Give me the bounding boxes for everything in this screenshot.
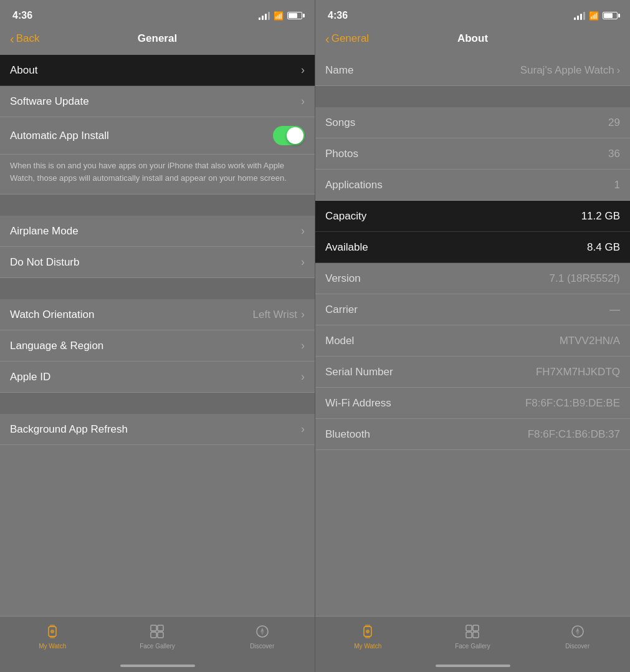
applications-value: 1 (614, 179, 620, 191)
name-row[interactable]: Name Suraj's Apple Watch › (315, 55, 630, 86)
svg-rect-6 (151, 632, 156, 638)
about-row[interactable]: About › (0, 55, 315, 86)
status-bar-right: 4:36 📶 (315, 0, 630, 27)
software-update-chevron: › (301, 95, 305, 108)
applications-row: Applications 1 (315, 170, 630, 201)
back-label-right: General (332, 32, 369, 45)
apple-id-label: Apple ID (10, 371, 301, 383)
svg-rect-13 (365, 636, 370, 638)
available-value: 8.4 GB (587, 241, 620, 254)
model-label: Model (325, 335, 354, 347)
status-icons-left: 📶 (259, 11, 302, 21)
svg-rect-7 (158, 632, 163, 638)
tab-bar-left: My Watch Face Gallery Discover (0, 616, 315, 672)
home-indicator-right (436, 665, 510, 667)
language-region-label: Language & Region (10, 340, 301, 352)
back-label-left: Back (16, 32, 40, 45)
signal-icon-left (259, 11, 270, 20)
wifi-icon-right: 📶 (589, 11, 599, 21)
discover-icon-right (569, 623, 586, 640)
about-spacer-1 (315, 86, 630, 107)
back-button-right[interactable]: ‹ General (325, 32, 369, 45)
battery-icon-left (287, 12, 302, 19)
name-label: Name (325, 64, 353, 77)
status-time-right: 4:36 (328, 10, 348, 21)
songs-row: Songs 29 (315, 107, 630, 138)
model-value: MTVV2HN/A (560, 335, 620, 347)
wifi-address-row: Wi-Fi Address F8:6F:C1:B9:DE:BE (315, 388, 630, 419)
svg-rect-1 (50, 625, 55, 627)
nav-title-right: About (457, 32, 488, 45)
carrier-row: Carrier — (315, 294, 630, 325)
home-indicator-left (120, 665, 195, 667)
software-update-label: Software Update (10, 95, 301, 108)
svg-rect-17 (466, 632, 472, 638)
bluetooth-label: Bluetooth (325, 428, 370, 441)
tab-my-watch-label-right: My Watch (354, 643, 381, 650)
watch-orientation-label: Watch Orientation (10, 309, 253, 321)
tab-face-gallery-label-left: Face Gallery (140, 643, 175, 650)
version-value: 7.1 (18R5552f) (550, 272, 620, 285)
status-bar-left: 4:36 📶 (0, 0, 315, 27)
auto-app-install-description: When this is on and you have apps on you… (0, 155, 315, 194)
tab-face-gallery-right[interactable]: Face Gallery (420, 623, 525, 650)
capacity-label: Capacity (325, 210, 366, 223)
version-label: Version (325, 272, 361, 285)
photos-row: Photos 36 (315, 138, 630, 170)
background-refresh-chevron: › (301, 423, 305, 436)
svg-rect-18 (473, 632, 479, 638)
svg-point-8 (257, 626, 268, 637)
apple-id-chevron: › (301, 370, 305, 383)
do-not-disturb-label: Do Not Disturb (10, 256, 301, 269)
name-chevron: › (617, 65, 620, 76)
airplane-mode-row[interactable]: Airplane Mode › (0, 216, 315, 247)
tab-bar-right: My Watch Face Gallery Discover (315, 616, 630, 672)
right-panel: 4:36 📶 ‹ General About Name Sura (315, 0, 630, 672)
name-value-group: Suraj's Apple Watch › (520, 64, 620, 77)
wifi-address-label: Wi-Fi Address (325, 397, 391, 410)
back-chevron-left: ‹ (10, 32, 14, 45)
background-refresh-row[interactable]: Background App Refresh › (0, 414, 315, 445)
tab-face-gallery-left[interactable]: Face Gallery (105, 623, 209, 650)
auto-app-install-row[interactable]: Automatic App Install (0, 117, 315, 155)
face-gallery-icon (148, 623, 166, 640)
software-update-row[interactable]: Software Update › (0, 86, 315, 117)
capacity-value: 11.2 GB (581, 210, 620, 223)
airplane-mode-label: Airplane Mode (10, 225, 301, 238)
language-region-chevron: › (301, 339, 305, 352)
version-row: Version 7.1 (18R5552f) (315, 263, 630, 294)
svg-rect-5 (158, 625, 163, 631)
apple-id-row[interactable]: Apple ID › (0, 362, 315, 393)
carrier-label: Carrier (325, 304, 358, 316)
tab-discover-left[interactable]: Discover (210, 623, 315, 650)
watch-orientation-row[interactable]: Watch Orientation Left Wrist › (0, 299, 315, 330)
wifi-icon-left: 📶 (274, 11, 284, 21)
capacity-row: Capacity 11.2 GB (315, 201, 630, 232)
signal-icon-right (574, 11, 585, 20)
bluetooth-row: Bluetooth F8:6F:C1:B6:DB:37 (315, 419, 630, 450)
do-not-disturb-row[interactable]: Do Not Disturb › (0, 247, 315, 278)
about-list: Name Suraj's Apple Watch › Songs 29 Phot… (315, 55, 630, 616)
nav-bar-left: ‹ Back General (0, 27, 315, 55)
tab-discover-right[interactable]: Discover (525, 623, 630, 650)
name-value: Suraj's Apple Watch (520, 64, 614, 77)
photos-value: 36 (608, 148, 620, 160)
spacer-1 (0, 194, 315, 216)
about-label: About (10, 64, 301, 77)
discover-icon (254, 623, 271, 640)
auto-app-install-label: Automatic App Install (10, 130, 273, 142)
nav-title-left: General (138, 32, 177, 45)
background-refresh-label: Background App Refresh (10, 423, 301, 436)
tab-discover-label-right: Discover (565, 643, 589, 650)
tab-my-watch-right[interactable]: My Watch (315, 623, 420, 650)
tab-face-gallery-label-right: Face Gallery (455, 643, 490, 650)
tab-my-watch-left[interactable]: My Watch (0, 623, 105, 650)
language-region-row[interactable]: Language & Region › (0, 330, 315, 362)
watch-orientation-chevron: › (301, 308, 305, 321)
auto-app-install-toggle[interactable] (273, 126, 305, 145)
toggle-knob (287, 127, 303, 144)
back-button-left[interactable]: ‹ Back (10, 32, 39, 45)
available-label: Available (325, 241, 368, 254)
photos-label: Photos (325, 148, 358, 160)
svg-rect-4 (151, 625, 156, 631)
